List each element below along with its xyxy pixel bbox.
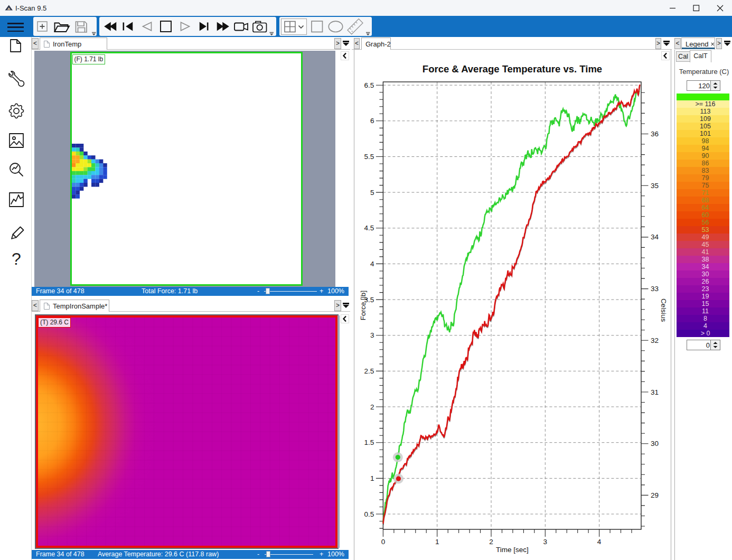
- svg-text:Force & Average Temperature vs: Force & Average Temperature vs. Time: [423, 63, 602, 74]
- svg-text:34: 34: [651, 233, 659, 241]
- svg-text:Celsius: Celsius: [660, 298, 668, 322]
- svg-text:0: 0: [381, 538, 386, 546]
- svg-text:4: 4: [597, 538, 602, 546]
- svg-text:Force [lb]: Force [lb]: [359, 291, 367, 320]
- svg-text:3: 3: [370, 331, 374, 339]
- svg-text:1.5: 1.5: [364, 438, 374, 446]
- svg-text:0.5: 0.5: [364, 510, 374, 518]
- svg-text:30: 30: [651, 440, 659, 447]
- svg-text:33: 33: [651, 285, 659, 293]
- svg-text:32: 32: [651, 337, 659, 344]
- svg-text:1: 1: [370, 474, 374, 482]
- svg-text:6.5: 6.5: [364, 81, 374, 89]
- svg-text:29: 29: [651, 491, 659, 499]
- svg-text:2.5: 2.5: [364, 367, 374, 375]
- svg-text:3: 3: [543, 538, 548, 546]
- svg-text:4.5: 4.5: [364, 224, 374, 232]
- svg-text:2: 2: [370, 403, 374, 411]
- svg-text:5: 5: [370, 189, 374, 197]
- svg-text:2: 2: [489, 538, 493, 546]
- svg-text:5.5: 5.5: [364, 153, 374, 161]
- svg-text:35: 35: [651, 182, 659, 190]
- svg-text:31: 31: [651, 388, 659, 396]
- svg-text:36: 36: [651, 130, 659, 138]
- svg-text:4: 4: [370, 260, 374, 268]
- svg-text:6: 6: [370, 117, 374, 125]
- svg-text:1: 1: [435, 538, 439, 546]
- svg-text:Time [sec]: Time [sec]: [496, 546, 529, 554]
